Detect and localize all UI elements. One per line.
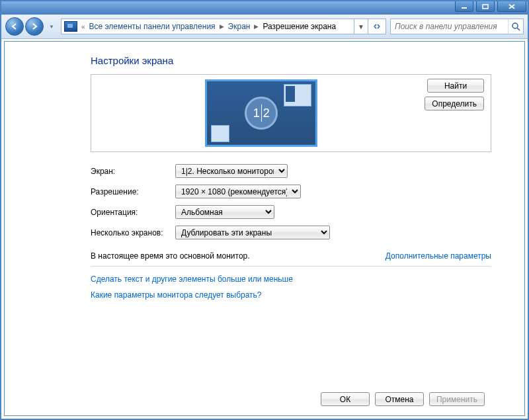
refresh-icon xyxy=(372,22,382,31)
settings-grid: Экран: 1|2. Несколько мониторов Разрешен… xyxy=(91,164,491,239)
chevron-right-icon[interactable]: ▶ xyxy=(218,23,225,30)
search-button[interactable] xyxy=(508,19,523,34)
help-links: Сделать текст и другие элементы больше и… xyxy=(91,274,491,300)
breadcrumb-root[interactable]: Все элементы панели управления xyxy=(86,22,218,31)
label-resolution: Разрешение: xyxy=(91,187,175,196)
dialog-buttons: ОК Отмена Применить xyxy=(321,392,485,406)
select-multiple-displays[interactable]: Дублировать эти экраны xyxy=(175,226,330,239)
navigation-bar: ▼ « Все элементы панели управления ▶ Экр… xyxy=(1,15,528,39)
monitor-number-2: 2 xyxy=(263,106,270,120)
status-row: В настоящее время это основной монитор. … xyxy=(91,251,491,261)
breadcrumb-leaf: Разрешение экрана xyxy=(260,22,339,31)
close-icon xyxy=(509,4,515,9)
arrow-right-icon xyxy=(30,22,38,30)
refresh-button[interactable] xyxy=(368,19,386,34)
which-settings-link[interactable]: Какие параметры монитора следует выбрать… xyxy=(91,290,491,300)
search-box[interactable] xyxy=(390,19,524,34)
primary-monitor-status: В настоящее время это основной монитор. xyxy=(91,251,250,261)
badge-divider xyxy=(261,105,262,122)
select-screen[interactable]: 1|2. Несколько мониторов xyxy=(175,164,288,178)
close-button[interactable] xyxy=(497,1,526,12)
maximize-icon xyxy=(482,4,489,9)
back-button[interactable] xyxy=(5,17,24,36)
search-icon xyxy=(511,22,520,31)
find-button[interactable]: Найти xyxy=(427,79,484,93)
svg-line-3 xyxy=(517,28,520,30)
address-dropdown-button[interactable]: ▼ xyxy=(354,19,368,34)
breadcrumb-mid[interactable]: Экран xyxy=(225,22,253,31)
address-bar[interactable]: « Все элементы панели управления ▶ Экран… xyxy=(61,19,386,34)
arrow-left-icon xyxy=(11,22,19,30)
history-dropdown-button[interactable]: ▼ xyxy=(49,25,54,28)
chevron-right-icon[interactable]: ▶ xyxy=(253,23,260,30)
forward-button[interactable] xyxy=(25,17,44,36)
search-input[interactable] xyxy=(391,22,508,31)
window-frame: ▼ « Все элементы панели управления ▶ Экр… xyxy=(0,0,529,420)
content-frame: Настройки экрана 1 2 Найт xyxy=(4,41,525,416)
page-title: Настройки экрана xyxy=(91,55,491,66)
svg-rect-1 xyxy=(483,5,488,9)
svg-rect-0 xyxy=(462,7,467,9)
svg-point-2 xyxy=(512,23,518,28)
preview-side-buttons: Найти Определить xyxy=(425,79,484,110)
content-area: Настройки экрана 1 2 Найт xyxy=(5,42,524,313)
monitor-number-badge: 1 2 xyxy=(245,97,278,130)
divider xyxy=(91,266,491,267)
select-resolution[interactable]: 1920 × 1080 (рекомендуется) xyxy=(175,185,301,198)
select-orientation[interactable]: Альбомная xyxy=(175,205,274,219)
apply-button[interactable]: Применить xyxy=(429,392,485,406)
preview-window-thumbnail xyxy=(284,84,311,106)
title-bar xyxy=(1,1,528,15)
maximize-button[interactable] xyxy=(476,1,495,12)
monitor-preview[interactable]: 1 2 xyxy=(205,79,317,147)
minimize-button[interactable] xyxy=(455,1,473,12)
monitor-number-1: 1 xyxy=(253,106,260,120)
text-size-link[interactable]: Сделать текст и другие элементы больше и… xyxy=(91,274,491,284)
ok-button[interactable]: ОК xyxy=(321,392,370,406)
cancel-button[interactable]: Отмена xyxy=(375,392,424,406)
label-screen: Экран: xyxy=(91,167,175,176)
advanced-settings-link[interactable]: Дополнительные параметры xyxy=(386,251,491,261)
breadcrumb-overflow-icon[interactable]: « xyxy=(80,23,87,30)
minimize-icon xyxy=(461,4,468,9)
monitor-preview-box: 1 2 Найти Определить xyxy=(91,74,491,152)
detect-button[interactable]: Определить xyxy=(425,97,484,110)
label-orientation: Ориентация: xyxy=(91,208,175,217)
label-multiple: Несколько экранов: xyxy=(91,228,175,237)
control-panel-icon xyxy=(64,21,77,32)
nav-back-forward xyxy=(5,17,45,36)
preview-desktop-thumbnail xyxy=(211,125,229,142)
